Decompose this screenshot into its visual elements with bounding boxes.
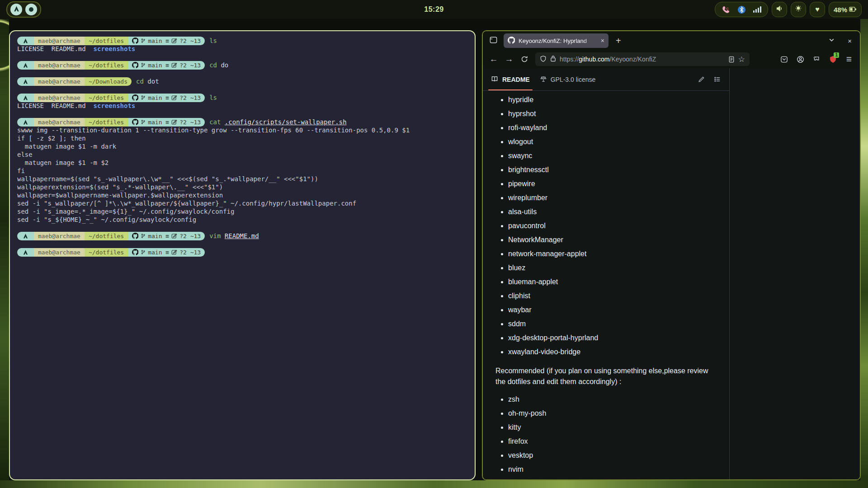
prompt-pill: maeb@archmae~/dotfilesmain ≡?2 ~13 (17, 37, 205, 45)
phone-connect-icon[interactable]: C (722, 5, 730, 14)
git-branch-icon (141, 38, 146, 44)
list-item: rofi-wayland (508, 122, 717, 133)
wallpaper-right-edge (860, 0, 868, 488)
arch-logo-icon (23, 233, 28, 239)
terminal-prompt-row: maeb@archmae~/dotfilesmain ≡?2 ~13vim RE… (17, 232, 471, 240)
terminal-output-row: wallpapername=$(sed "s_-wallpaper\.\w*__… (17, 175, 471, 183)
list-tabs-button[interactable] (824, 37, 840, 45)
status-bar: 15:29 C ♥ 48% (0, 0, 868, 19)
terminal-window[interactable]: maeb@archmae~/dotfilesmain ≡?2 ~13lsLICE… (9, 30, 476, 480)
favorites-button[interactable]: ♥ (810, 2, 825, 17)
new-tab-button[interactable]: + (612, 36, 625, 46)
git-modified-icon (171, 95, 177, 101)
terminal-prompt-row: maeb@archmae~/dotfilesmain ≡?2 ~13ls (17, 94, 471, 102)
battery-indicator[interactable]: 48% (829, 2, 862, 17)
bookmark-star-button[interactable]: ☆ (738, 52, 745, 66)
list-item: network-manager-applet (508, 249, 717, 259)
prompt-pill: maeb@archmae~/dotfilesmain ≡?2 ~13 (17, 118, 205, 127)
prompt-os-segment (17, 94, 34, 102)
extensions-button[interactable] (809, 52, 824, 66)
git-branch-icon (141, 233, 146, 239)
browser-window: Keyoonz/KonfiZ: Hyprland × + × ← → https… (482, 30, 861, 480)
git-branch-icon (141, 62, 146, 68)
menu-button[interactable]: ≡ (842, 52, 856, 66)
list-item: brightnessctl (508, 164, 717, 175)
tab-license[interactable]: GPL-3.0 license (540, 75, 596, 84)
wallpaper-left-edge (0, 0, 9, 488)
tab-close-icon[interactable]: × (601, 37, 604, 44)
list-item: waybar (508, 305, 717, 315)
terminal-output-row: if [ -z $2 ]; then (17, 134, 471, 142)
list-item: sddm (508, 319, 717, 329)
file-link[interactable]: README.md (225, 232, 259, 239)
command-text: vim README.md (209, 232, 259, 239)
edit-readme-button[interactable] (698, 76, 705, 83)
forward-button[interactable]: → (502, 52, 516, 66)
license-label: GPL-3.0 license (551, 76, 596, 83)
list-item: oh-my-posh (508, 408, 717, 419)
arch-logo-icon (23, 249, 28, 255)
arch-logo-icon (23, 38, 28, 44)
pocket-icon (780, 56, 788, 63)
list-item: kitty (508, 422, 717, 433)
git-modified-icon (171, 62, 177, 68)
firefox-view-icon (489, 36, 498, 46)
reader-mode-button[interactable] (728, 52, 735, 66)
prompt-user-segment: maeb@archmae (34, 232, 85, 240)
page-content: README GPL-3.0 license (483, 68, 860, 479)
command-text: ls (209, 94, 217, 101)
network-signal-icon[interactable] (753, 6, 761, 13)
brightness-button[interactable] (791, 2, 806, 17)
battery-percent: 48% (834, 6, 847, 14)
book-icon (491, 75, 498, 84)
list-item: zsh (508, 394, 717, 405)
git-modified-icon (171, 233, 177, 239)
back-button[interactable]: ← (486, 52, 501, 66)
arch-logo-icon (13, 5, 20, 14)
terminal-output-row: sed -i "s_wallpaper/[^ ]*\.\w*_wallpaper… (17, 199, 471, 207)
pocket-button[interactable] (777, 52, 791, 66)
prompt-git-segment: main ≡?2 ~13 (128, 248, 205, 257)
shield-icon (540, 55, 547, 64)
firefox-view-button[interactable] (486, 34, 500, 47)
navigation-toolbar: ← → https://github.com/Keyoonz/KonfiZ ☆ (483, 50, 860, 68)
terminal-prompt-row: maeb@archmae~/dotfilesmain ≡?2 ~13 (17, 248, 471, 256)
prompt-git-segment: main ≡?2 ~13 (128, 61, 205, 70)
browser-tab[interactable]: Keyoonz/KonfiZ: Hyprland × (504, 33, 609, 48)
reload-button[interactable] (517, 52, 532, 66)
readme-body: hypridlehyprshotrofi-waylandwlogoutswayn… (483, 91, 729, 479)
list-item: cliphist (508, 291, 717, 301)
command-text: cd dot (136, 78, 159, 85)
terminal-prompt-row: maeb@archmae~/dotfilesmain ≡?2 ~13cat .c… (17, 118, 471, 126)
workspace-arch-button[interactable] (10, 4, 22, 15)
volume-button[interactable] (772, 2, 787, 17)
list-item: bluez (508, 263, 717, 273)
bluetooth-icon[interactable] (737, 5, 746, 14)
git-modified-icon (171, 38, 177, 44)
prompt-git-segment: main ≡?2 ~13 (128, 37, 205, 45)
terminal-body: maeb@archmae~/dotfilesmain ≡?2 ~13lsLICE… (17, 37, 471, 256)
list-item: wireplumber (508, 192, 717, 203)
tab-title: Keyoonz/KonfiZ: Hyprland (519, 38, 597, 44)
prompt-path-segment: ~/dotfiles (85, 248, 128, 257)
recommended-list: zshoh-my-poshkittyfirefoxvesktopnvim (495, 394, 717, 475)
law-scales-icon (540, 75, 547, 84)
tab-readme[interactable]: README (491, 68, 530, 90)
file-link[interactable]: .config/scripts/set-wallpaper.sh (225, 118, 347, 126)
git-modified-icon (171, 119, 177, 125)
account-button[interactable] (793, 52, 807, 66)
url-bar[interactable]: https://github.com/Keyoonz/KonfiZ ☆ (535, 52, 750, 66)
heart-icon: ♥ (815, 5, 820, 14)
page-gutter (730, 68, 860, 479)
speaker-icon (775, 5, 783, 14)
outline-button[interactable] (714, 76, 721, 83)
ublock-button[interactable]: 1 (826, 52, 840, 66)
window-close-button[interactable]: × (843, 37, 856, 45)
readme-label: README (502, 76, 530, 83)
workspace-dot-button[interactable] (25, 4, 37, 15)
pencil-icon (698, 76, 705, 83)
clock: 15:29 (424, 5, 443, 14)
terminal-output-row: matugen image $1 -m dark (17, 142, 471, 150)
prompt-pill: maeb@archmae~/Downloads (17, 77, 132, 86)
lightbulb-icon (794, 5, 802, 14)
